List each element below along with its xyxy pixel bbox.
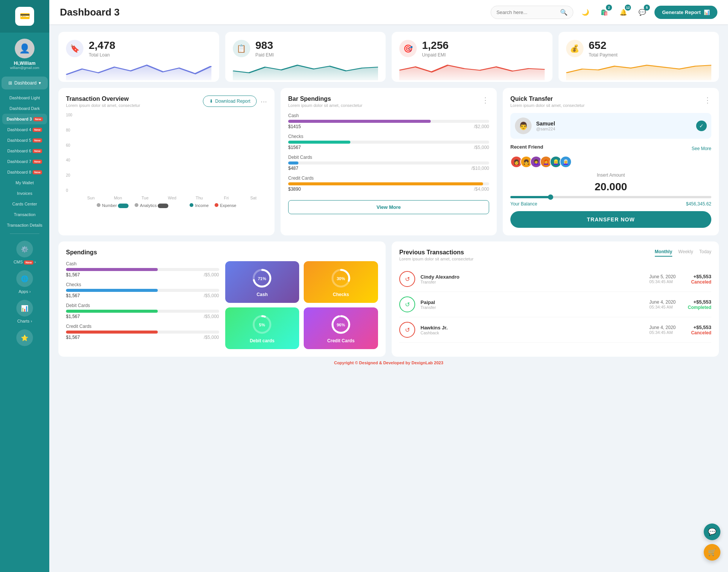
slider-thumb[interactable] bbox=[548, 194, 553, 200]
bar-spending-values-1: $1567 /$5,000 bbox=[288, 145, 489, 150]
sidebar-item-dashboard-5[interactable]: Dashboard 5 New bbox=[0, 135, 49, 146]
donut-card-0: 71% Cash bbox=[225, 261, 300, 303]
transfer-now-btn[interactable]: TRANSFER NOW bbox=[510, 211, 711, 228]
slider-bar[interactable] bbox=[510, 196, 711, 198]
sidebar-profile: 👤 Hi,William william@gmail.com bbox=[10, 33, 39, 74]
spending-fill-3 bbox=[66, 331, 158, 334]
logo-icon: 💳 bbox=[15, 7, 34, 26]
grid-icon: ⊞ bbox=[8, 80, 12, 86]
dashboard-dropdown-btn[interactable]: ⊞ Dashboard ▾ bbox=[2, 77, 48, 89]
tx-date-area-2: June 4, 2020 05:34:45 AM bbox=[650, 325, 676, 335]
donut-label-2: Debit cards bbox=[250, 338, 275, 343]
x-label-1: Mon bbox=[104, 196, 131, 200]
view-more-btn[interactable]: View More bbox=[288, 200, 489, 214]
sidebar-item-dashboard-dark[interactable]: Dashboard Dark bbox=[0, 103, 49, 114]
tab-today[interactable]: Today bbox=[699, 249, 711, 257]
quick-transfer-more-icon[interactable]: ⋮ bbox=[704, 96, 711, 105]
bar-spending-bg-0 bbox=[288, 120, 489, 123]
bar-chart: 0 20 40 60 80 100 bbox=[66, 113, 267, 200]
tab-monthly[interactable]: Monthly bbox=[655, 249, 672, 257]
generate-report-btn[interactable]: Generate Report 📊 bbox=[654, 6, 717, 19]
chart-legend: Number Analytics Income Expense bbox=[66, 203, 267, 208]
chevron-icon: ▾ bbox=[39, 80, 41, 86]
quick-transfer-subtitle: Lorem ipsum dolor sit amet, consectetur bbox=[510, 103, 585, 108]
sidebar-item-dashboard-8[interactable]: Dashboard 8 New bbox=[0, 167, 49, 177]
stat-number-1: 983 bbox=[256, 39, 274, 52]
float-chat-btn[interactable]: 💬 bbox=[704, 523, 720, 540]
stat-card-1: 📋 983 Paid EMI bbox=[225, 32, 386, 82]
apps-icon-btn[interactable]: 🌐 bbox=[16, 270, 33, 287]
middle-row: Transaction Overview Lorem ipsum dolor s… bbox=[58, 88, 719, 235]
chat-badge: 5 bbox=[644, 5, 650, 11]
charts-icon-btn[interactable]: 📊 bbox=[16, 300, 33, 317]
check-icon: ✓ bbox=[696, 121, 707, 131]
donut-card-2: 5% Debit cards bbox=[225, 307, 300, 349]
sidebar-item-dashboard-light[interactable]: Dashboard Light bbox=[0, 92, 49, 103]
search-input[interactable] bbox=[496, 9, 557, 15]
cart-icon-btn[interactable]: 🛍️ 2 bbox=[598, 5, 611, 19]
friend-avatars: 👩👧👩‍🦱👩‍🦰👱‍♀️👩‍🦳 bbox=[510, 156, 711, 168]
stat-label-2: Unpaid EMI bbox=[422, 52, 449, 58]
donut-label-1: Checks bbox=[333, 292, 349, 297]
search-box[interactable]: 🔍 bbox=[491, 6, 573, 19]
download-report-btn[interactable]: ⬇ Download Report bbox=[203, 96, 257, 107]
tx-amount-0: +$5,553 bbox=[681, 274, 711, 279]
bar-spendings-more-icon[interactable]: ⋮ bbox=[482, 96, 489, 105]
legend-expense: Expense bbox=[215, 203, 236, 208]
tx-icon-0: ↺ bbox=[399, 271, 415, 287]
sidebar-item-dashboard-3[interactable]: Dashboard 3 New bbox=[2, 114, 47, 124]
sidebar-section-cms: ⚙️ CMS New › bbox=[0, 237, 49, 266]
tx-status-1: Completed bbox=[681, 305, 711, 310]
bell-icon-btn[interactable]: 🔔 12 bbox=[617, 5, 630, 19]
stat-number-3: 652 bbox=[589, 39, 618, 52]
previous-tx-title: Previous Transactions bbox=[399, 249, 474, 256]
previous-tx-subtitle: Lorem ipsum dolor sit amet, consectetur bbox=[399, 257, 474, 261]
spending-item-1: Checks $1,567 /$5,000 bbox=[66, 282, 219, 298]
sidebar-item-dashboard-4[interactable]: Dashboard 4 New bbox=[0, 124, 49, 135]
y-label-0: 0 bbox=[66, 188, 72, 193]
cms-icon-btn[interactable]: ⚙️ bbox=[16, 241, 33, 257]
bar-spending-values-0: $1415 /$2,000 bbox=[288, 124, 489, 129]
sidebar-item-dashboard-7[interactable]: Dashboard 7 New bbox=[0, 156, 49, 167]
sidebar-item-transaction[interactable]: Transaction bbox=[0, 209, 49, 220]
float-cart-btn[interactable]: 🛒 bbox=[704, 544, 720, 561]
chat-icon-btn[interactable]: 💬 5 bbox=[635, 5, 649, 19]
tx-name-0: Cindy Alexandro bbox=[420, 274, 644, 280]
sidebar-item-transaction-details[interactable]: Transaction Details bbox=[0, 220, 49, 230]
sidebar-section-apps: 🌐 Apps › bbox=[0, 266, 49, 296]
sparkline-1 bbox=[233, 61, 378, 80]
see-more-link[interactable]: See More bbox=[692, 146, 711, 151]
sidebar-item-invoices[interactable]: Invoices bbox=[0, 188, 49, 199]
spending-label-0: Cash bbox=[66, 261, 219, 266]
favorites-icon-btn[interactable]: ⭐ bbox=[16, 329, 33, 346]
spendings-list: Cash $1,567 /$5,000 Checks $1,567 /$5,00… bbox=[66, 261, 219, 349]
chart-icon: 📊 bbox=[704, 9, 710, 15]
svg-text:71%: 71% bbox=[258, 276, 266, 281]
sidebar-item-cards-center[interactable]: Cards Center bbox=[0, 199, 49, 209]
bar-spendings-subtitle: Lorem ipsum dolor sit amet, consectetur bbox=[288, 103, 362, 108]
transaction-overview-header: Transaction Overview Lorem ipsum dolor s… bbox=[66, 96, 267, 108]
stat-label-0: Total Loan bbox=[89, 52, 115, 58]
spending-values-0: $1,567 /$5,000 bbox=[66, 272, 219, 277]
x-label-5: Fri bbox=[213, 196, 240, 200]
tx-name-2: Hawkins Jr. bbox=[420, 325, 644, 331]
bottom-row: Spendings Cash $1,567 /$5,000 Checks $1,… bbox=[58, 241, 719, 357]
sidebar-item-dashboard-6[interactable]: Dashboard 6 New bbox=[0, 146, 49, 156]
spending-bar-bg-0 bbox=[66, 268, 219, 271]
friend-avatar-5[interactable]: 👩‍🦳 bbox=[560, 156, 572, 168]
legend-income: Income bbox=[190, 203, 209, 208]
moon-icon-btn[interactable]: 🌙 bbox=[579, 5, 592, 19]
tx-amount-area-1: +$5,553 Completed bbox=[681, 299, 711, 310]
bar-spending-label-3: Credit Cards bbox=[288, 176, 489, 181]
sidebar-item-wallet[interactable]: My Wallet bbox=[0, 177, 49, 188]
tx-amount-1: +$5,553 bbox=[681, 299, 711, 305]
tx-date-area-0: June 5, 2020 05:34:45 AM bbox=[650, 274, 676, 284]
donut-svg-0: 71% bbox=[251, 267, 273, 290]
tab-weekly[interactable]: Weekly bbox=[678, 249, 693, 257]
avatar: 👤 bbox=[15, 39, 35, 58]
tx-date-2: June 4, 2020 bbox=[650, 325, 676, 330]
bar-spendings-header: Bar Spendings Lorem ipsum dolor sit amet… bbox=[288, 96, 489, 108]
more-options-icon[interactable]: ··· bbox=[260, 97, 267, 106]
transfer-user-handle: @sam224 bbox=[536, 127, 555, 131]
new-badge: New bbox=[33, 170, 42, 174]
